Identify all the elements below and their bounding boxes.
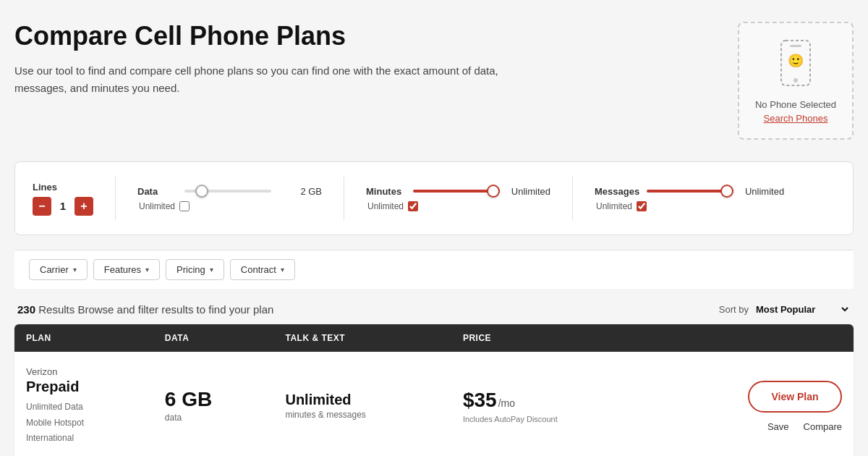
carrier-dropdown-label: Carrier <box>40 264 69 275</box>
data-unlimited-row: Unlimited <box>137 201 322 211</box>
data-slider-group: Data 2 GB Unlimited <box>137 186 322 211</box>
pricing-dropdown-button[interactable]: Pricing ▾ <box>166 259 224 280</box>
feature-item-1: Unlimited Data <box>26 400 142 415</box>
results-count: 230 <box>17 303 35 316</box>
messages-value: Unlimited <box>741 186 784 197</box>
plan-carrier: Verizon <box>26 366 142 377</box>
plan-talk-sub: minutes & messages <box>285 410 439 420</box>
filter-bar: Lines − 1 + Data 2 GB Unlimited M <box>14 161 854 235</box>
contract-chevron-down-icon: ▾ <box>281 266 284 274</box>
messages-slider-row: Messages Unlimited <box>595 186 784 197</box>
plan-price-cell: $35 /mo Includes AutoPay Discount <box>451 352 653 456</box>
results-browse-text: Browse and filter results to find your p… <box>77 303 273 316</box>
phone-placeholder-icon: 🙂 <box>774 38 817 90</box>
minutes-slider-row: Minutes Unlimited <box>366 186 550 197</box>
plan-actions-cell: View Plan Save Compare <box>653 352 854 456</box>
results-count-text: 230 Results Browse and filter results to… <box>17 303 273 316</box>
plan-data-amount: 6 GB <box>165 389 263 410</box>
results-label: Results <box>38 303 77 316</box>
feature-item-3: International <box>26 431 142 447</box>
svg-rect-1 <box>790 45 801 47</box>
feature-item-2: Mobile Hotspot <box>26 415 142 431</box>
save-button[interactable]: Save <box>767 421 789 432</box>
svg-text:🙂: 🙂 <box>788 53 804 69</box>
plans-table: PLAN DATA TALK & TEXT PRICE Verizon Prep… <box>14 324 854 456</box>
col-header-price: PRICE <box>451 324 653 352</box>
sort-control: Sort by Most Popular Price: Low to High … <box>719 303 851 316</box>
lines-decrease-button[interactable]: − <box>33 197 51 216</box>
data-unlimited-checkbox[interactable] <box>179 201 190 211</box>
sort-select[interactable]: Most Popular Price: Low to High Data: Hi… <box>753 303 851 316</box>
pricing-chevron-down-icon: ▾ <box>210 266 213 274</box>
svg-point-2 <box>793 78 798 83</box>
contract-dropdown-label: Contract <box>241 264 276 275</box>
compare-button[interactable]: Compare <box>804 421 842 432</box>
no-phone-text: No Phone Selected <box>755 99 836 110</box>
messages-unlimited-row: Unlimited <box>595 201 784 211</box>
lines-label: Lines <box>33 182 57 193</box>
data-range-slider[interactable] <box>184 190 271 193</box>
plan-features: Unlimited Data Mobile Hotspot Internatio… <box>26 400 142 447</box>
lines-increase-button[interactable]: + <box>75 197 93 216</box>
table-row: Verizon Prepaid Unlimited Data Mobile Ho… <box>14 352 854 456</box>
results-count-block: 230 Results Browse and filter results to… <box>17 303 273 316</box>
minutes-range-slider[interactable] <box>413 190 500 193</box>
filter-divider-1 <box>115 177 116 220</box>
carrier-dropdown-button[interactable]: Carrier ▾ <box>29 259 88 280</box>
features-dropdown-button[interactable]: Features ▾ <box>93 259 160 280</box>
plan-price-main: $35 /mo <box>463 389 642 412</box>
pricing-dropdown-label: Pricing <box>176 264 205 275</box>
lines-count: 1 <box>57 200 69 212</box>
filter-divider-2 <box>344 177 344 220</box>
view-plan-button[interactable]: View Plan <box>748 381 842 413</box>
plan-name: Prepaid <box>26 379 142 395</box>
features-dropdown-label: Features <box>104 264 141 275</box>
col-header-data: DATA <box>153 324 274 352</box>
data-unlimited-label: Unlimited <box>139 201 175 211</box>
minutes-label: Minutes <box>366 186 406 197</box>
dropdown-filters-row: Carrier ▾ Features ▾ Pricing ▾ Contract … <box>14 250 854 289</box>
search-phones-link[interactable]: Search Phones <box>764 113 828 124</box>
header-left: Compare Cell Phone Plans Use our tool to… <box>14 22 723 97</box>
col-header-plan: PLAN <box>14 324 153 352</box>
plan-talk-cell: Unlimited minutes & messages <box>273 352 451 456</box>
plan-price-mo: /mo <box>498 397 515 409</box>
minutes-unlimited-label: Unlimited <box>367 201 404 211</box>
messages-range-slider[interactable] <box>647 190 733 193</box>
contract-dropdown-button[interactable]: Contract ▾ <box>230 259 295 280</box>
results-header: 230 Results Browse and filter results to… <box>14 303 854 316</box>
plan-price-note: Includes AutoPay Discount <box>463 415 642 423</box>
lines-filter-group: Lines − 1 + <box>33 182 93 216</box>
data-value: 2 GB <box>278 186 322 197</box>
plan-price-dollar: $35 <box>463 389 497 412</box>
col-header-talk: TALK & TEXT <box>273 324 451 352</box>
plans-table-head: PLAN DATA TALK & TEXT PRICE <box>14 324 854 352</box>
plan-name-cell: Verizon Prepaid Unlimited Data Mobile Ho… <box>14 352 153 456</box>
features-chevron-down-icon: ▾ <box>145 266 149 274</box>
minutes-value: Unlimited <box>507 186 550 197</box>
minutes-slider-group: Minutes Unlimited Unlimited <box>366 186 550 211</box>
plans-table-header-row: PLAN DATA TALK & TEXT PRICE <box>14 324 854 352</box>
plan-data-label: data <box>165 413 263 423</box>
phone-widget: 🙂 No Phone Selected Search Phones <box>738 22 854 140</box>
messages-label: Messages <box>595 186 639 197</box>
plans-table-body: Verizon Prepaid Unlimited Data Mobile Ho… <box>14 352 854 456</box>
filter-divider-3 <box>572 177 573 220</box>
col-header-actions <box>653 324 854 352</box>
page-title: Compare Cell Phone Plans <box>14 22 723 51</box>
secondary-actions: Save Compare <box>665 421 842 432</box>
lines-control: − 1 + <box>33 197 93 216</box>
messages-unlimited-checkbox[interactable] <box>637 201 647 211</box>
plan-talk-value: Unlimited <box>285 392 439 407</box>
minutes-unlimited-checkbox[interactable] <box>408 201 418 211</box>
minutes-unlimited-row: Unlimited <box>366 201 550 211</box>
plan-data-cell: 6 GB data <box>153 352 274 456</box>
sort-label: Sort by <box>719 304 749 315</box>
messages-unlimited-label: Unlimited <box>596 201 632 211</box>
messages-slider-group: Messages Unlimited Unlimited <box>595 186 784 211</box>
data-label: Data <box>137 186 177 197</box>
page-subtitle: Use our tool to find and compare cell ph… <box>14 62 521 97</box>
data-slider-row: Data 2 GB <box>137 186 322 197</box>
carrier-chevron-down-icon: ▾ <box>73 266 77 274</box>
